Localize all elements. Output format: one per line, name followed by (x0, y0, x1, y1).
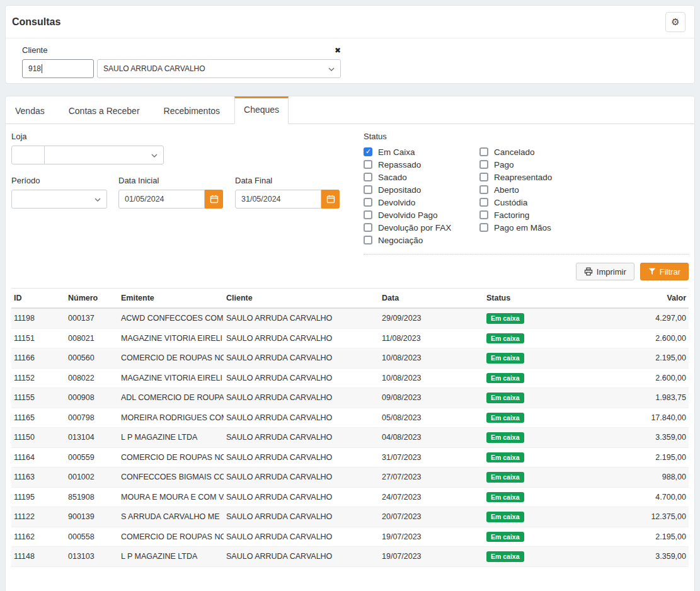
table-row[interactable]: 11122900139S ARRUDA CARVALHO MESAULO ARR… (11, 507, 689, 527)
cell-cliente: SAULO ARRUDA CARVALHO (224, 388, 379, 408)
status-badge: Em caixa (486, 432, 524, 443)
cell-status: Em caixa (484, 507, 591, 527)
table-row[interactable]: 11151008021MAGAZINE VITORIA EIRELI MESAU… (11, 328, 689, 348)
status-option-negociacao[interactable]: Negociação (364, 234, 479, 246)
unchecked-checkbox-icon[interactable] (479, 147, 488, 156)
cell-id: 11148 (11, 547, 66, 567)
status-option-factoring[interactable]: Factoring (479, 209, 552, 221)
periodo-select[interactable] (11, 190, 107, 209)
data-final-input[interactable]: 31/05/2024 (235, 190, 321, 209)
cell-data: 11/08/2023 (379, 328, 484, 348)
status-badge: Em caixa (486, 512, 524, 522)
cell-emitente: ADL COMERCIO DE ROUPAS … (118, 388, 224, 408)
loja-select[interactable] (44, 146, 164, 164)
actions-row: Imprimir Filtrar (6, 255, 694, 280)
cell-cliente: SAULO ARRUDA CARVALHO (224, 408, 379, 428)
unchecked-checkbox-icon[interactable] (479, 198, 488, 207)
status-option-sacado[interactable]: Sacado (364, 171, 479, 183)
table-row[interactable]: 11152008022MAGAZINE VITORIA EIRELI MESAU… (11, 368, 689, 388)
tab-contas-a-receber[interactable]: Contas a Receber (59, 97, 149, 124)
column-header-cliente: Cliente (224, 289, 379, 309)
status-badge: Em caixa (486, 313, 524, 324)
status-option-repassado[interactable]: Repassado (364, 158, 479, 171)
cell-data: 24/07/2023 (379, 487, 484, 507)
status-option-depositado[interactable]: Depositado (364, 183, 479, 196)
status-option-devolucao-por-fax[interactable]: Devolução por FAX (364, 221, 479, 234)
data-inicial-input[interactable]: 01/05/2024 (118, 190, 205, 209)
unchecked-checkbox-icon[interactable] (364, 198, 372, 207)
unchecked-checkbox-icon[interactable] (364, 223, 372, 232)
cell-status: Em caixa (484, 388, 591, 408)
cell-status: Em caixa (484, 527, 591, 547)
cell-data: 10/08/2023 (379, 368, 484, 388)
cell-valor: 17.840,00 (591, 408, 689, 428)
cell-status: Em caixa (484, 348, 591, 369)
table-row[interactable]: 11164000559COMERCIO DE ROUPAS NOV…SAULO … (11, 447, 689, 468)
status-option-aberto[interactable]: Aberto (479, 183, 552, 196)
unchecked-checkbox-icon[interactable] (479, 223, 488, 232)
cell-data: 29/09/2023 (379, 308, 484, 328)
cell-numero: 000137 (66, 308, 118, 328)
cell-id: 11155 (11, 388, 66, 408)
tab-vendas[interactable]: Vendas (6, 97, 54, 124)
status-option-reapresentado[interactable]: Reapresentado (479, 171, 552, 183)
table-row[interactable]: 11166000560COMERCIO DE ROUPAS NOV…SAULO … (11, 348, 689, 369)
unchecked-checkbox-icon[interactable] (364, 160, 372, 169)
table-row[interactable]: 11148013103L P MAGAZINE LTDASAULO ARRUDA… (11, 547, 689, 567)
client-select[interactable]: SAULO ARRUDA CARVALHO (97, 59, 341, 78)
clear-client-icon[interactable]: ✖ (335, 47, 341, 54)
status-option-label: Factoring (494, 210, 529, 220)
cell-valor: 2.600,00 (591, 328, 689, 348)
cell-numero: 000558 (66, 527, 118, 547)
status-option-custodia[interactable]: Custódia (479, 196, 552, 209)
cell-data: 27/07/2023 (379, 468, 484, 488)
tab-recebimentos[interactable]: Recebimentos (154, 97, 230, 124)
status-badge: Em caixa (486, 353, 524, 364)
unchecked-checkbox-icon[interactable] (479, 173, 488, 181)
status-badge: Em caixa (486, 333, 524, 344)
cell-emitente: MOREIRA RODRIGUES COME… (118, 408, 224, 428)
text-caret (42, 64, 42, 73)
table-row[interactable]: 11163001002CONFECCOES BIGMAIS COM…SAULO … (11, 468, 689, 488)
status-badge: Em caixa (486, 532, 524, 542)
periodo-label: Período (11, 176, 107, 185)
status-option-pago-em-maos[interactable]: Pago em Mãos (479, 221, 552, 234)
unchecked-checkbox-icon[interactable] (364, 173, 372, 181)
panel-header: Consultas ⚙ (6, 6, 694, 38)
unchecked-checkbox-icon[interactable] (364, 210, 372, 219)
gear-icon: ⚙ (671, 18, 679, 27)
loja-code-input[interactable] (11, 146, 45, 164)
calendar-icon (210, 195, 219, 204)
settings-button[interactable]: ⚙ (665, 12, 686, 32)
table-row[interactable]: 11162000558COMERCIO DE ROUPAS NOV…SAULO … (11, 527, 689, 547)
table-row[interactable]: 11195851908MOURA E MOURA E COM VAR…SAULO… (11, 487, 689, 507)
unchecked-checkbox-icon[interactable] (364, 185, 372, 194)
tab-cheques[interactable]: Cheques (234, 96, 289, 124)
imprimir-button[interactable]: Imprimir (576, 263, 634, 280)
table-row[interactable]: 11155000908ADL COMERCIO DE ROUPAS …SAULO… (11, 388, 689, 408)
status-option-cancelado[interactable]: Cancelado (479, 146, 552, 158)
cell-valor: 4.700,00 (591, 487, 689, 507)
cell-numero: 013104 (66, 428, 118, 448)
cell-valor: 2.195,00 (591, 447, 689, 468)
client-code-input[interactable]: 918 (22, 59, 94, 78)
data-inicial-calendar-button[interactable] (205, 190, 223, 209)
unchecked-checkbox-icon[interactable] (479, 185, 488, 194)
status-option-devolvido[interactable]: Devolvido (364, 196, 479, 209)
status-option-devolvido-pago[interactable]: Devolvido Pago (364, 209, 479, 221)
unchecked-checkbox-icon[interactable] (364, 236, 372, 244)
status-option-pago[interactable]: Pago (479, 158, 552, 171)
filtrar-button[interactable]: Filtrar (640, 263, 689, 280)
table-row[interactable]: 11150013104L P MAGAZINE LTDASAULO ARRUDA… (11, 428, 689, 448)
status-option-label: Pago em Mãos (494, 223, 551, 232)
table-row[interactable]: 11198000137ACWD CONFECCOES COMER…SAULO A… (11, 308, 689, 328)
unchecked-checkbox-icon[interactable] (479, 160, 488, 169)
cell-id: 11195 (11, 487, 66, 507)
cell-id: 11163 (11, 468, 66, 488)
unchecked-checkbox-icon[interactable] (479, 210, 488, 219)
cell-emitente: L P MAGAZINE LTDA (118, 547, 224, 567)
checked-checkbox-icon[interactable] (364, 147, 372, 156)
data-final-calendar-button[interactable] (321, 190, 340, 209)
table-row[interactable]: 11165000798MOREIRA RODRIGUES COME…SAULO … (11, 408, 689, 428)
status-option-em-caixa[interactable]: Em Caixa (364, 146, 479, 158)
